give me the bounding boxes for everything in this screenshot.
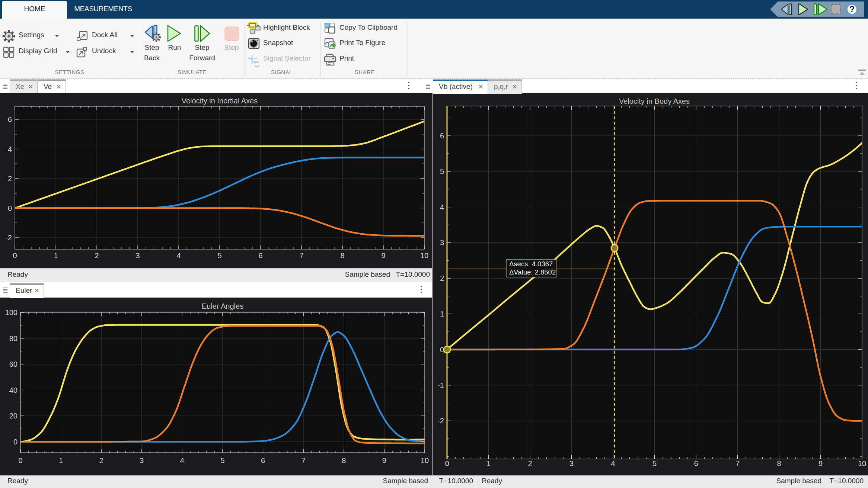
- svg-text:0: 0: [13, 251, 17, 260]
- svg-text:1: 1: [59, 456, 63, 465]
- svg-text:2: 2: [8, 174, 12, 183]
- svg-text:6: 6: [694, 459, 698, 468]
- svg-text:-2: -2: [5, 234, 12, 242]
- svg-text:Euler Angles: Euler Angles: [202, 302, 243, 310]
- svg-text:5: 5: [652, 459, 657, 468]
- svg-text:8: 8: [342, 456, 346, 465]
- svg-text:5: 5: [440, 167, 444, 176]
- svg-text:4: 4: [440, 203, 444, 211]
- svg-text:7: 7: [299, 251, 303, 260]
- svg-text:3: 3: [140, 456, 144, 465]
- svg-text:ΔValue: 2.8502: ΔValue: 2.8502: [509, 268, 556, 276]
- svg-text:2: 2: [95, 251, 99, 260]
- svg-text:4: 4: [611, 459, 615, 468]
- svg-text:80: 80: [9, 334, 17, 343]
- svg-text:20: 20: [9, 412, 17, 420]
- svg-text:4: 4: [176, 251, 181, 260]
- svg-text:9: 9: [381, 251, 385, 260]
- svg-text:10: 10: [858, 459, 866, 468]
- svg-text:60: 60: [9, 360, 17, 368]
- svg-text:8: 8: [340, 251, 344, 260]
- svg-text:8: 8: [777, 459, 781, 468]
- svg-text:0: 0: [18, 456, 22, 465]
- svg-text:7: 7: [735, 459, 740, 468]
- svg-text:6: 6: [261, 456, 265, 465]
- svg-text:0: 0: [8, 204, 12, 212]
- svg-text:5: 5: [220, 456, 224, 465]
- svg-text:4: 4: [8, 145, 12, 153]
- svg-text:6: 6: [8, 115, 12, 123]
- svg-text:3: 3: [440, 238, 444, 247]
- svg-text:9: 9: [818, 459, 823, 468]
- svg-text:Velocity in Inertial Axes: Velocity in Inertial Axes: [182, 97, 258, 105]
- svg-text:3: 3: [135, 251, 140, 260]
- svg-text:1: 1: [440, 310, 444, 318]
- svg-text:100: 100: [5, 308, 17, 317]
- svg-text:6: 6: [440, 132, 444, 140]
- svg-text:2: 2: [528, 459, 532, 468]
- svg-text:2: 2: [99, 456, 103, 465]
- svg-text:7: 7: [301, 456, 306, 465]
- svg-text:?: ?: [849, 4, 855, 14]
- svg-text:2: 2: [440, 274, 444, 282]
- svg-text:Velocity in Body Axes: Velocity in Body Axes: [619, 97, 690, 105]
- svg-text:10: 10: [421, 456, 429, 465]
- svg-text:-1: -1: [437, 381, 444, 389]
- svg-text:Δsecs: 4.0367: Δsecs: 4.0367: [509, 260, 553, 268]
- svg-text:5: 5: [217, 251, 221, 260]
- svg-text:3: 3: [569, 459, 574, 468]
- svg-text:1: 1: [54, 251, 58, 260]
- svg-text:0: 0: [445, 459, 449, 468]
- svg-text:0: 0: [13, 438, 17, 446]
- svg-text:4: 4: [180, 456, 184, 465]
- svg-text:1: 1: [486, 459, 491, 468]
- svg-text:10: 10: [420, 251, 428, 260]
- svg-text:6: 6: [258, 251, 262, 260]
- svg-text:-2: -2: [437, 417, 444, 425]
- svg-text:9: 9: [382, 456, 386, 465]
- svg-text:40: 40: [9, 386, 17, 394]
